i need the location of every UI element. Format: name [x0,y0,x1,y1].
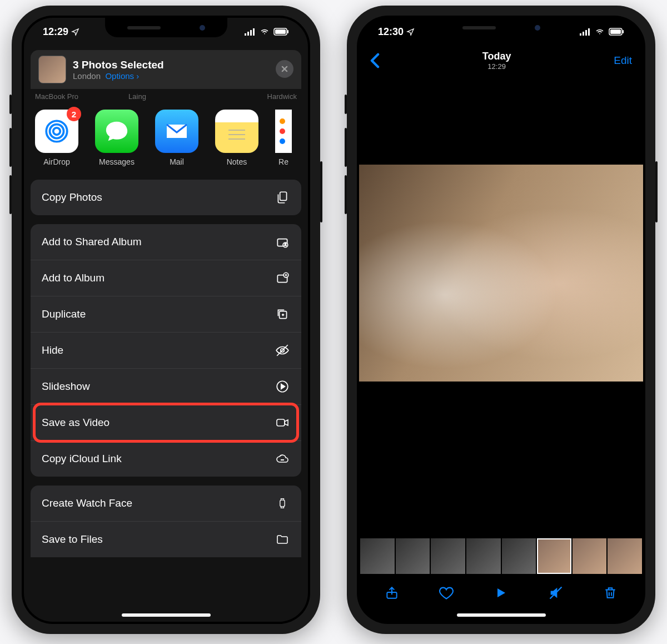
svg-rect-34 [623,30,624,33]
svg-point-13 [280,118,285,124]
watch-icon [275,496,290,511]
duplicate-icon [275,306,290,322]
action-group-2: Add to Shared Album Add to Album Duplica… [31,224,301,477]
thumbnail[interactable] [431,538,465,574]
nav-subtitle: 12:29 [482,62,511,71]
copy-icloud-link-action[interactable]: Copy iCloud Link [31,441,301,477]
status-bar: 12:29 [24,18,308,46]
save-to-files-action[interactable]: Save to Files [31,522,301,557]
hide-action[interactable]: Hide [31,333,301,369]
svg-rect-1 [247,32,249,36]
nav-bar: Today 12:29 Edit [359,46,643,76]
thumbnail[interactable] [608,538,642,574]
shared-album-icon [275,234,290,250]
home-indicator[interactable] [457,613,546,617]
airdrop-app[interactable]: 2 AirDrop [35,110,78,166]
thumbnail-strip[interactable] [359,538,643,574]
location-arrow-icon [406,28,415,36]
reminders-icon [275,110,292,153]
svg-rect-30 [585,30,587,36]
selection-thumbnail [38,56,66,83]
svg-rect-2 [250,30,252,36]
share-apps-row: 2 AirDrop Messages Mail [24,101,308,175]
svg-rect-31 [588,28,590,36]
mute-button[interactable] [545,582,567,604]
home-indicator[interactable] [122,613,211,617]
thumbnail[interactable] [573,538,607,574]
thumbnail-current[interactable] [537,538,571,574]
add-shared-album-action[interactable]: Add to Shared Album [31,224,301,260]
thumbnail[interactable] [396,538,430,574]
svg-point-8 [50,125,64,138]
play-button[interactable] [490,582,512,604]
reminders-app-partial[interactable]: Re [275,110,292,166]
folder-icon [275,532,290,547]
phone-left: 12:29 3 Photos Selected [12,6,320,634]
mail-icon [155,110,198,153]
svg-point-14 [280,128,285,134]
copy-photos-action[interactable]: Copy Photos [31,180,301,215]
nav-title: Today [482,51,511,62]
svg-rect-33 [610,29,621,34]
copy-icon [275,190,290,205]
selection-location: London [73,71,101,81]
trash-button[interactable] [599,582,621,604]
location-arrow-icon [71,28,79,36]
battery-icon [273,28,289,36]
slideshow-action[interactable]: Slideshow [31,369,301,405]
svg-rect-26 [277,419,285,426]
svg-point-19 [285,243,286,245]
thumbnail[interactable] [466,538,501,574]
airdrop-badge: 2 [67,107,81,121]
share-button[interactable] [381,582,403,604]
svg-rect-0 [245,33,246,36]
svg-rect-5 [275,29,286,34]
back-button[interactable] [370,53,380,68]
share-sheet-header: 3 Photos Selected London Options › [31,50,301,89]
wifi-icon [259,28,270,36]
cloud-link-icon [275,451,290,467]
thumbnail[interactable] [360,538,395,574]
phone-right: 12:30 Today 12:29 [347,6,655,634]
svg-rect-28 [580,33,581,36]
messages-icon [95,110,138,153]
add-album-icon [275,270,290,286]
notes-app[interactable]: Notes [215,110,258,166]
svg-rect-6 [287,30,288,33]
battery-icon [609,28,624,36]
status-time: 12:29 [43,26,68,38]
status-bar: 12:30 [359,18,643,46]
close-button[interactable] [276,60,293,78]
create-watch-face-action[interactable]: Create Watch Face [31,486,301,522]
cell-signal-icon [580,28,591,36]
video-icon [275,415,290,430]
messages-app[interactable]: Messages [95,110,138,166]
svg-point-7 [53,128,61,135]
wifi-icon [594,28,605,36]
status-time: 12:30 [378,26,404,38]
photo-toolbar [359,574,643,612]
notes-icon [215,110,258,153]
cell-signal-icon [245,28,256,36]
edit-button[interactable]: Edit [614,55,632,67]
action-group-1: Copy Photos [31,180,301,215]
thumbnail[interactable] [502,538,536,574]
save-as-video-action[interactable]: Save as Video [31,405,301,441]
duplicate-action[interactable]: Duplicate [31,296,301,333]
svg-rect-27 [280,500,285,507]
add-album-action[interactable]: Add to Album [31,260,301,296]
options-link[interactable]: Options › [105,71,139,81]
svg-rect-29 [583,32,584,36]
action-group-3: Create Watch Face Save to Files [31,486,301,557]
svg-rect-16 [280,192,287,200]
airdrop-target-labels: MacBook Pro Laing Hardwick [24,92,308,101]
favorite-button[interactable] [435,582,457,604]
hide-icon [275,343,290,358]
photo-viewer[interactable] [359,165,643,382]
selection-title: 3 Photos Selected [73,59,293,71]
play-circle-icon [275,379,290,394]
svg-rect-3 [253,28,255,36]
svg-point-15 [280,138,285,144]
mail-app[interactable]: Mail [155,110,198,166]
